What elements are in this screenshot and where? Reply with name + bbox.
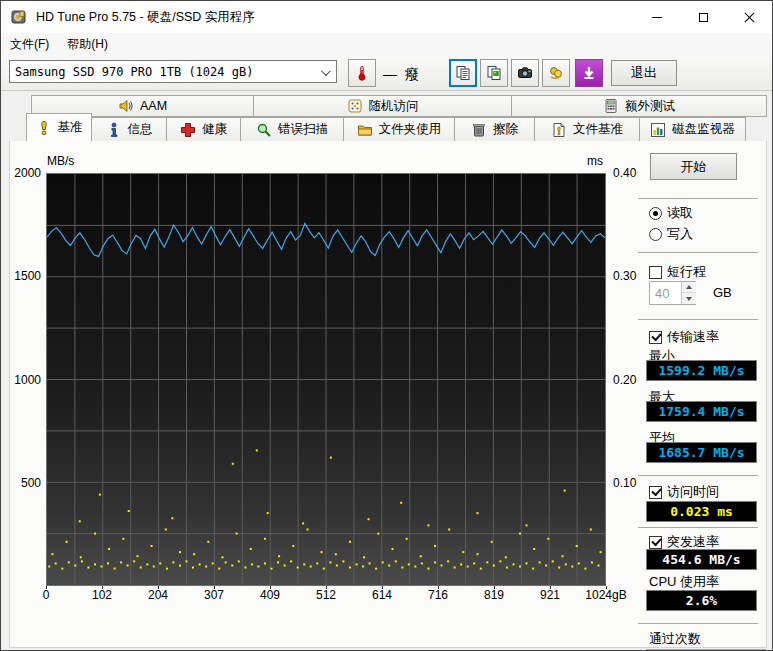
x-axis-tick: [494, 586, 495, 589]
tab-erase-label: 擦除: [493, 121, 518, 138]
separator: [638, 198, 758, 199]
burst-rate-value-display: 454.6 MB/s: [646, 549, 757, 570]
tab-random-access[interactable]: 随机访问: [254, 95, 512, 117]
tab-file-benchmark[interactable]: 文件基准: [535, 117, 640, 141]
transfer-rate-checkbox-box[interactable]: [649, 331, 662, 344]
trash-icon: [471, 122, 487, 138]
tab-folder-usage-label: 文件夹使用: [379, 121, 442, 138]
copy-text-icon: [455, 65, 471, 81]
read-radio-circle[interactable]: [649, 207, 662, 220]
write-radio[interactable]: 写入: [649, 225, 693, 243]
tab-extra-tests-label: 额外测试: [625, 98, 675, 115]
toolbar: Samsung SSD 970 PRO 1TB (1024 gB) — 癈 退出: [1, 55, 772, 91]
benchmark-chart: [47, 174, 605, 585]
short-stroke-label: 短行程: [667, 263, 706, 281]
exit-button[interactable]: 退出: [611, 60, 677, 86]
x-axis-label: 1024gB: [585, 588, 626, 602]
x-axis-tick: [214, 586, 215, 589]
short-stroke-size-stepper[interactable]: 40: [649, 281, 696, 305]
tab-file-benchmark-label: 文件基准: [573, 121, 623, 138]
separator: [638, 252, 758, 253]
folder-icon: [357, 122, 373, 138]
y-axis-label: 1000: [3, 373, 41, 387]
tab-folder-usage[interactable]: 文件夹使用: [344, 117, 455, 141]
x-axis-tick: [158, 586, 159, 589]
tab-health-label: 健康: [202, 121, 227, 138]
menu-help[interactable]: 帮助(H): [58, 33, 117, 56]
maximize-button[interactable]: [680, 1, 726, 33]
x-axis-tick: [606, 586, 607, 589]
menu-bar: 文件(F) 帮助(H): [1, 33, 772, 55]
update-button[interactable]: [575, 59, 603, 87]
right-axis-unit: ms: [569, 154, 603, 168]
separator: [638, 527, 758, 528]
health-icon: [180, 122, 196, 138]
temperature-button[interactable]: [348, 59, 376, 87]
read-radio[interactable]: 读取: [649, 204, 693, 222]
arrow-up-icon: [686, 285, 692, 289]
short-stroke-checkbox[interactable]: 短行程: [649, 263, 706, 281]
benchmark-chart-frame: [46, 173, 606, 586]
cpu-usage-label: CPU 使用率: [649, 573, 719, 591]
donate-button[interactable]: [542, 59, 570, 87]
screenshot-button[interactable]: [511, 59, 539, 87]
exclamation-icon: [36, 120, 52, 136]
calculator-icon: [603, 98, 619, 114]
x-axis-label: 204: [148, 588, 168, 602]
min-value-display: 1599.2 MB/s: [646, 360, 757, 381]
camera-icon: [517, 65, 533, 81]
stepper-up-button[interactable]: [682, 282, 696, 293]
tab-row-secondary: AAM随机访问额外测试: [31, 95, 767, 117]
tab-error-scan-label: 错误扫描: [278, 121, 328, 138]
tab-extra-tests[interactable]: 额外测试: [512, 95, 767, 117]
separator: [638, 475, 758, 476]
max-value-display: 1759.4 MB/s: [646, 401, 757, 422]
access-time-value-display: 0.023 ms: [646, 501, 757, 522]
app-window: HD Tune Pro 5.75 - 硬盘/SSD 实用程序 文件(F) 帮助(…: [0, 0, 773, 651]
separator: [638, 319, 758, 320]
tab-disk-monitor-label: 磁盘监视器: [672, 121, 735, 138]
gb-unit-label: GB: [713, 285, 732, 300]
y-axis-label: 2000: [3, 166, 41, 180]
write-radio-circle[interactable]: [649, 228, 662, 241]
copy-image-icon: [486, 65, 502, 81]
start-button[interactable]: 开始: [650, 153, 737, 180]
close-button[interactable]: [726, 1, 772, 33]
tab-erase[interactable]: 擦除: [455, 117, 535, 141]
minimize-icon: [652, 17, 662, 18]
tab-error-scan[interactable]: 错误扫描: [241, 117, 344, 141]
separator: [638, 623, 758, 624]
burst-rate-checkbox-box[interactable]: [649, 536, 662, 549]
window-title: HD Tune Pro 5.75 - 硬盘/SSD 实用程序: [36, 9, 255, 26]
tab-info[interactable]: 信息: [92, 117, 167, 141]
dice-icon: [347, 98, 363, 114]
stepper-down-button[interactable]: [682, 293, 696, 304]
tab-benchmark[interactable]: 基准: [26, 113, 92, 141]
speaker-icon: [118, 98, 134, 114]
x-axis-label: 0: [43, 588, 50, 602]
stepper-buttons: [681, 282, 695, 304]
x-axis-tick: [382, 586, 383, 589]
copy-image-button[interactable]: [480, 59, 508, 87]
copy-text-button[interactable]: [449, 59, 477, 87]
y-axis-label-right: 0.20: [613, 373, 651, 387]
temperature-reading: — 癈: [383, 66, 421, 84]
magnifier-icon: [256, 122, 272, 138]
info-icon: [106, 122, 122, 138]
menu-file[interactable]: 文件(F): [1, 33, 58, 56]
chevron-down-icon: [321, 66, 331, 76]
drive-select-dropdown[interactable]: Samsung SSD 970 PRO 1TB (1024 gB): [9, 60, 337, 83]
x-axis-label: 819: [484, 588, 504, 602]
title-bar: HD Tune Pro 5.75 - 硬盘/SSD 实用程序: [1, 1, 772, 33]
x-axis-label: 614: [372, 588, 392, 602]
access-time-checkbox[interactable]: 访问时间: [649, 483, 719, 501]
y-axis-label: 1500: [3, 269, 41, 283]
tab-disk-monitor[interactable]: 磁盘监视器: [640, 117, 746, 141]
file-exclaim-icon: [551, 122, 567, 138]
y-axis-label: 500: [3, 476, 41, 490]
tab-health[interactable]: 健康: [167, 117, 241, 141]
avg-value-display: 1685.7 MB/s: [646, 442, 757, 463]
transfer-rate-checkbox[interactable]: 传输速率: [649, 328, 719, 346]
minimize-button[interactable]: [634, 1, 680, 33]
close-icon: [744, 12, 755, 23]
